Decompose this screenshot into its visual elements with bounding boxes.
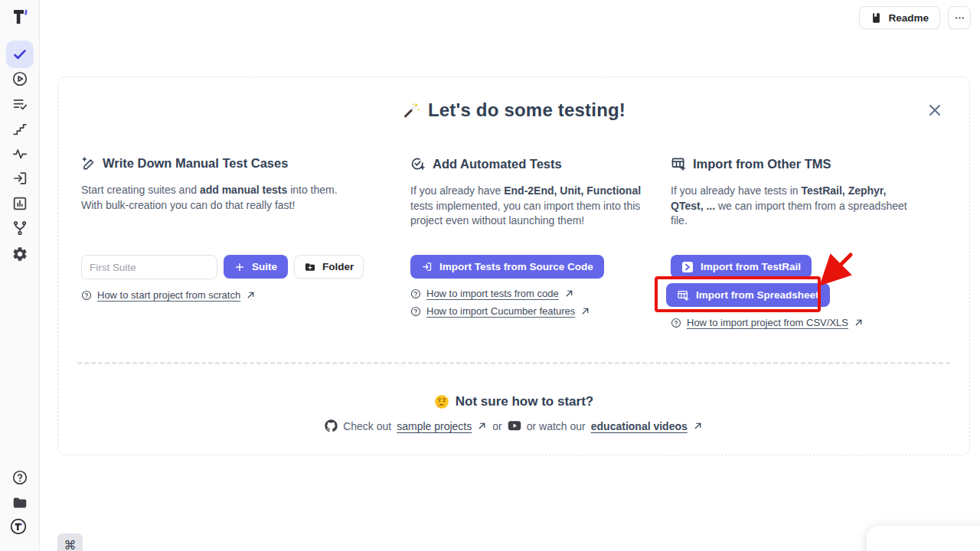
section-description: If you already have End-2End, Unit, Func… bbox=[410, 184, 645, 229]
manual-tests-section: Write Down Manual Test Cases Start creat… bbox=[81, 156, 355, 213]
corner-widget[interactable] bbox=[867, 526, 980, 551]
footer-title: Not sure how to start? bbox=[58, 394, 969, 409]
sidebar-item-analytics[interactable] bbox=[11, 195, 28, 212]
question-circle-icon bbox=[410, 306, 421, 317]
sidebar-item-account[interactable] bbox=[10, 518, 30, 538]
sidebar-item-projects[interactable] bbox=[11, 494, 28, 511]
help-link-import-tests-from-code[interactable]: How to import tests from code bbox=[410, 288, 590, 299]
table-plus-icon bbox=[677, 289, 689, 302]
youtube-icon bbox=[508, 420, 521, 432]
question-circle-icon bbox=[410, 289, 421, 299]
suite-actions: Suite Folder bbox=[81, 255, 364, 279]
sample-projects-link[interactable]: sample projects bbox=[397, 420, 472, 432]
help-link-import-cucumber-features[interactable]: How to import Cucumber features bbox=[410, 305, 590, 317]
import-from-spreadsheet-button[interactable]: Import from Spreadsheet bbox=[666, 283, 830, 307]
section-description: If you already have tests in TestRail, Z… bbox=[671, 184, 910, 229]
more-options-button[interactable] bbox=[948, 6, 971, 29]
github-icon bbox=[325, 419, 338, 432]
add-suite-button[interactable]: Suite bbox=[224, 255, 288, 279]
section-title: Import from Other TMS bbox=[671, 156, 910, 171]
list-check-icon bbox=[11, 96, 28, 112]
readme-button[interactable]: Readme bbox=[859, 6, 940, 29]
import-icon bbox=[11, 170, 28, 187]
section-title: Write Down Manual Test Cases bbox=[81, 156, 355, 171]
check-icon bbox=[11, 46, 28, 63]
question-circle-icon bbox=[671, 318, 681, 328]
gear-icon bbox=[11, 246, 28, 262]
magic-wand-emoji bbox=[402, 101, 420, 119]
footer-links-row: Check out sample projects or or watch ou… bbox=[58, 419, 969, 432]
command-key-badge[interactable]: ⌘ bbox=[57, 533, 83, 551]
external-link-icon bbox=[693, 421, 703, 431]
table-plus-icon bbox=[671, 156, 686, 171]
app-logo-icon[interactable] bbox=[9, 6, 31, 28]
sidebar-item-test-plans[interactable] bbox=[11, 96, 28, 112]
sidebar-item-tests[interactable] bbox=[6, 41, 34, 68]
command-key-symbol: ⌘ bbox=[64, 538, 77, 551]
account-logo-icon bbox=[10, 518, 27, 535]
sidebar-item-branches[interactable] bbox=[11, 220, 28, 236]
book-icon bbox=[871, 12, 882, 24]
onboarding-panel: Let's do some testing! Write Down Manual… bbox=[57, 77, 970, 455]
external-link-icon bbox=[477, 421, 487, 431]
readme-label: Readme bbox=[888, 12, 929, 24]
sidebar bbox=[0, 0, 40, 551]
testrail-icon bbox=[681, 261, 694, 273]
stairs-icon bbox=[11, 120, 28, 137]
folder-plus-icon bbox=[304, 261, 316, 273]
external-link-icon bbox=[246, 290, 256, 300]
sidebar-item-import[interactable] bbox=[11, 170, 28, 187]
import-tms-section: Import from Other TMS If you already hav… bbox=[671, 156, 910, 229]
help-link-import-csv-xls[interactable]: How to import project from CSV/XLS bbox=[671, 317, 864, 328]
question-circle-icon bbox=[11, 469, 28, 486]
import-from-source-code-button[interactable]: Import Tests from Source Code bbox=[410, 255, 604, 279]
page-title: Let's do some testing! bbox=[58, 99, 969, 121]
check-circle-plus-icon bbox=[410, 156, 426, 171]
external-link-icon bbox=[854, 318, 864, 328]
thinking-face-emoji bbox=[434, 394, 449, 409]
branch-icon bbox=[11, 220, 28, 236]
sidebar-item-steps[interactable] bbox=[11, 120, 28, 137]
sidebar-item-help[interactable] bbox=[11, 469, 28, 486]
bar-chart-icon bbox=[11, 195, 28, 212]
magic-pen-icon bbox=[81, 156, 96, 171]
educational-videos-link[interactable]: educational videos bbox=[591, 420, 688, 432]
help-link-start-from-scratch[interactable]: How to start project from scratch bbox=[81, 289, 256, 301]
play-circle-icon bbox=[11, 70, 28, 87]
folder-icon bbox=[11, 494, 28, 511]
ellipsis-icon bbox=[954, 12, 965, 24]
import-from-testrail-button[interactable]: Import from TestRail bbox=[671, 255, 812, 279]
automated-tests-section: Add Automated Tests If you already have … bbox=[410, 156, 645, 229]
section-divider bbox=[77, 362, 950, 364]
section-description: Start creating suites and add manual tes… bbox=[81, 183, 355, 213]
sidebar-item-pulse[interactable] bbox=[11, 145, 28, 162]
add-folder-button[interactable]: Folder bbox=[294, 255, 364, 279]
first-suite-input[interactable] bbox=[81, 255, 217, 279]
external-link-icon bbox=[564, 289, 574, 298]
sidebar-item-runs[interactable] bbox=[11, 70, 28, 87]
pulse-icon bbox=[11, 145, 28, 162]
plus-icon bbox=[234, 262, 245, 272]
section-title: Add Automated Tests bbox=[410, 156, 645, 171]
external-link-icon bbox=[580, 306, 590, 316]
import-icon bbox=[421, 261, 433, 272]
sidebar-item-settings[interactable] bbox=[11, 246, 28, 262]
question-circle-icon bbox=[81, 290, 92, 301]
